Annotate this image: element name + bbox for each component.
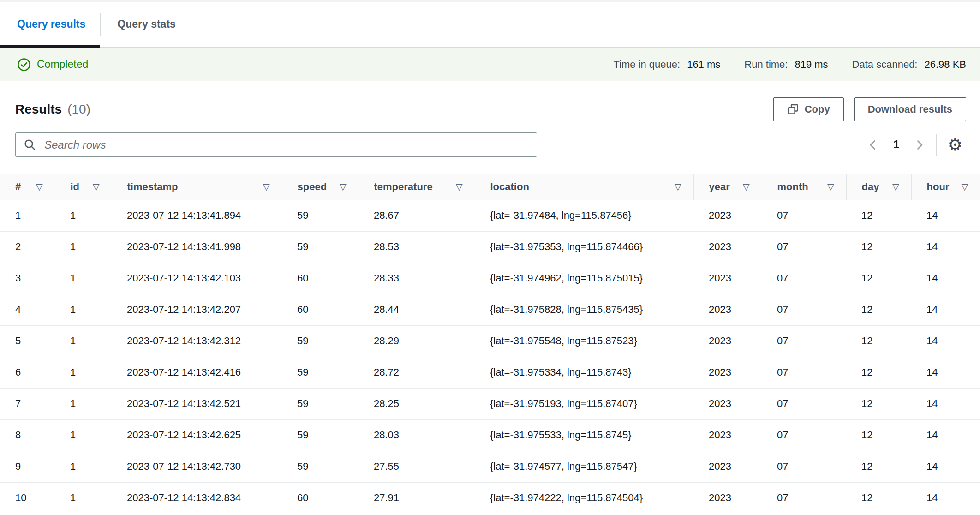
table-row: 112023-07-12 14:13:41.8945928.67{lat=-31… <box>0 200 980 231</box>
table-cell-year: 2023 <box>693 325 762 357</box>
column-header-id[interactable]: id▽ <box>55 174 112 200</box>
metric-value: 161 ms <box>687 59 720 71</box>
table-cell-day: 12 <box>846 200 911 231</box>
table-cell-location: {lat=-31.974577, lng=115.87547} <box>475 451 693 482</box>
table-cell-timestamp: 2023-07-12 14:13:42.834 <box>112 482 282 514</box>
table-cell-year: 2023 <box>693 357 762 388</box>
table-cell-row-number: 1 <box>0 200 55 231</box>
table-cell-id: 1 <box>55 388 112 419</box>
table-cell-month: 07 <box>762 231 846 263</box>
column-label: year <box>709 181 730 193</box>
column-label: temperature <box>374 181 433 193</box>
table-row: 212023-07-12 14:13:41.9985928.53{lat=-31… <box>0 231 980 263</box>
column-header-speed[interactable]: speed▽ <box>282 174 359 200</box>
table-row: 1012023-07-12 14:13:42.8346027.91{lat=-3… <box>0 482 980 514</box>
table-cell-timestamp: 2023-07-12 14:13:42.521 <box>112 388 282 419</box>
table-cell-location: {lat=-31.975828, lng=115.875435} <box>475 294 693 325</box>
column-header-location[interactable]: location▽ <box>475 174 693 200</box>
table-cell-year: 2023 <box>693 451 762 482</box>
table-cell-speed: 60 <box>282 294 359 325</box>
column-header-month[interactable]: month▽ <box>762 174 846 200</box>
table-cell-year: 2023 <box>693 263 762 294</box>
table-cell-row-number: 8 <box>0 419 55 451</box>
table-cell-month: 07 <box>762 451 846 482</box>
table-cell-row-number: 4 <box>0 294 55 325</box>
table-cell-location: {lat=-31.975193, lng=115.87407} <box>475 388 693 419</box>
table-cell-timestamp: 2023-07-12 14:13:42.730 <box>112 451 282 482</box>
tab-query-stats[interactable]: Query stats <box>101 2 192 47</box>
search-input[interactable] <box>15 132 537 157</box>
column-header-hour[interactable]: hour▽ <box>911 174 980 200</box>
status: Completed <box>17 58 88 72</box>
filter-icon[interactable]: ▽ <box>675 182 681 191</box>
previous-page-button[interactable] <box>863 135 883 155</box>
pagination: 1 ⚙ <box>863 134 966 156</box>
query-results-panel: Query results Query stats Completed Time… <box>0 0 980 515</box>
filter-icon[interactable]: ▽ <box>340 182 347 191</box>
table-cell-hour: 14 <box>911 388 980 419</box>
table-cell-row-number: 5 <box>0 325 55 357</box>
query-status-banner: Completed Time in queue: 161 ms Run time… <box>0 48 980 81</box>
table-cell-row-number: 6 <box>0 357 55 388</box>
table-cell-year: 2023 <box>693 388 762 419</box>
table-cell-speed: 59 <box>282 231 359 263</box>
table-cell-id: 1 <box>55 200 112 231</box>
column-label: speed <box>298 181 327 193</box>
tab-label: Query results <box>17 18 85 30</box>
table-cell-speed: 59 <box>282 451 359 482</box>
table-cell-timestamp: 2023-07-12 14:13:42.103 <box>112 263 282 294</box>
filter-icon[interactable]: ▽ <box>263 182 270 191</box>
filter-icon[interactable]: ▽ <box>961 182 968 191</box>
table-cell-hour: 14 <box>911 200 980 231</box>
table-cell-id: 1 <box>55 263 112 294</box>
table-cell-speed: 59 <box>282 388 359 419</box>
table-cell-timestamp: 2023-07-12 14:13:41.998 <box>112 231 282 263</box>
table-cell-year: 2023 <box>693 294 762 325</box>
filter-icon[interactable]: ▽ <box>93 182 100 191</box>
table-cell-hour: 14 <box>911 419 980 451</box>
column-header-timestamp[interactable]: timestamp▽ <box>112 174 282 200</box>
table-cell-id: 1 <box>55 482 112 514</box>
download-results-button[interactable]: Download results <box>854 97 966 121</box>
metric-value: 819 ms <box>795 59 828 71</box>
table-cell-id: 1 <box>55 325 112 357</box>
table-cell-location: {lat=-31.974962, lng=115.875015} <box>475 263 693 294</box>
metric-value: 26.98 KB <box>924 59 966 71</box>
table-cell-timestamp: 2023-07-12 14:13:41.894 <box>112 200 282 231</box>
current-page-number: 1 <box>893 138 899 151</box>
next-page-button[interactable] <box>909 135 930 155</box>
filter-icon[interactable]: ▽ <box>827 182 834 191</box>
copy-button-label: Copy <box>805 103 830 115</box>
column-header-day[interactable]: day▽ <box>846 174 911 200</box>
filter-icon[interactable]: ▽ <box>892 182 899 191</box>
table-cell-month: 07 <box>762 357 846 388</box>
copy-icon <box>787 103 799 115</box>
results-actions: Copy Download results <box>773 97 966 121</box>
table-cell-day: 12 <box>846 482 911 514</box>
table-cell-temperature: 28.25 <box>359 388 475 419</box>
table-cell-timestamp: 2023-07-12 14:13:42.207 <box>112 294 282 325</box>
metric-data-scanned: Data scanned: 26.98 KB <box>852 59 966 71</box>
copy-button[interactable]: Copy <box>773 97 844 121</box>
filter-icon[interactable]: ▽ <box>36 182 43 191</box>
table-cell-id: 1 <box>55 231 112 263</box>
column-header-temperature[interactable]: temperature▽ <box>359 174 475 200</box>
table-cell-row-number: 2 <box>0 231 55 263</box>
tab-bar: Query results Query stats <box>0 2 980 48</box>
table-cell-hour: 14 <box>911 231 980 263</box>
table-cell-location: {lat=-31.974222, lng=115.874504} <box>475 482 693 514</box>
preferences-button[interactable]: ⚙ <box>944 134 966 156</box>
column-header-row-number[interactable]: #▽ <box>0 174 55 200</box>
filter-icon[interactable]: ▽ <box>743 182 750 191</box>
column-label: timestamp <box>127 181 178 193</box>
table-cell-temperature: 28.53 <box>359 231 475 263</box>
tab-query-results[interactable]: Query results <box>0 2 100 47</box>
table-cell-day: 12 <box>846 388 911 419</box>
table-cell-day: 12 <box>846 419 911 451</box>
filter-icon[interactable]: ▽ <box>456 182 463 191</box>
table-cell-temperature: 28.33 <box>359 263 475 294</box>
table-cell-hour: 14 <box>911 263 980 294</box>
table-cell-month: 07 <box>762 263 846 294</box>
table-cell-timestamp: 2023-07-12 14:13:42.416 <box>112 357 282 388</box>
column-header-year[interactable]: year▽ <box>693 174 762 200</box>
